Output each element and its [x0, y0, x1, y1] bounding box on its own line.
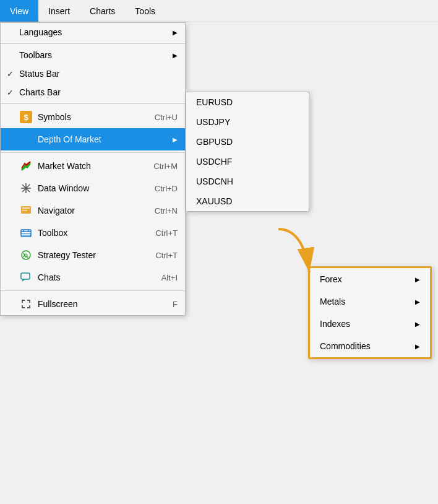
dom-gbpusd[interactable]: GBPUSD	[186, 132, 309, 152]
category-indexes[interactable]: Indexes ▶	[310, 313, 430, 335]
arrow-toolbars: ▶	[173, 52, 178, 59]
strategy-tester-icon	[19, 248, 33, 262]
category-commodities[interactable]: Commodities ▶	[310, 335, 430, 357]
categories-submenu: Forex ▶ Metals ▶ Indexes ▶ Commodities ▶	[308, 266, 432, 359]
menu-item-toolbox[interactable]: Toolbox Ctrl+T	[1, 222, 185, 244]
dom-xauusd[interactable]: XAUUSD	[186, 191, 309, 211]
menu-item-symbols[interactable]: $ Symbols Ctrl+U	[1, 106, 185, 128]
menu-item-status-bar[interactable]: ✓ Status Bar	[1, 64, 185, 83]
separator-2	[1, 103, 185, 104]
toolbox-icon	[19, 226, 33, 240]
separator-4	[1, 290, 185, 291]
view-dropdown: Languages ▶ Toolbars ▶ ✓ Status Bar ✓ Ch…	[0, 22, 186, 316]
dom-usdcnh[interactable]: USDCNH	[186, 172, 309, 191]
data-window-icon	[19, 181, 33, 195]
arrow-commodities: ▶	[415, 343, 420, 350]
chats-icon	[19, 271, 33, 284]
menu-item-languages[interactable]: Languages ▶	[1, 23, 185, 41]
menu-item-fullscreen[interactable]: Fullscreen F	[1, 293, 185, 315]
dom-submenu: EURUSD USDJPY GBPUSD USDCHF USDCNH XAUUS…	[186, 92, 309, 212]
check-charts-bar: ✓	[7, 88, 19, 97]
dom-eurusd[interactable]: EURUSD	[186, 92, 309, 112]
svg-rect-18	[21, 273, 30, 279]
separator-3	[1, 152, 185, 153]
menu-charts[interactable]: Charts	[80, 0, 125, 22]
menu-bar: View Insert Charts Tools	[0, 0, 438, 22]
category-forex[interactable]: Forex ▶	[310, 268, 430, 290]
arrow-dom: ▶	[173, 136, 178, 143]
svg-point-6	[25, 187, 27, 189]
menu-item-strategy-tester[interactable]: Strategy Tester Ctrl+T	[1, 244, 185, 266]
arrow-forex: ▶	[415, 276, 420, 283]
check-status-bar: ✓	[7, 69, 19, 79]
svg-point-17	[25, 254, 27, 256]
fullscreen-icon	[19, 297, 33, 311]
menu-insert[interactable]: Insert	[38, 0, 80, 22]
dollar-icon: $	[19, 110, 33, 124]
dom-usdjpy[interactable]: USDJPY	[186, 112, 309, 132]
menu-item-data-window[interactable]: Data Window Ctrl+D	[1, 177, 185, 199]
dom-icon	[19, 133, 33, 146]
menu-item-chats[interactable]: Chats Alt+I	[1, 266, 185, 289]
menu-item-depth-of-market[interactable]: Depth Of Market ▶	[1, 128, 185, 150]
menu-item-charts-bar[interactable]: ✓ Charts Bar	[1, 83, 185, 102]
navigator-icon	[19, 204, 33, 217]
dom-usdchf[interactable]: USDCHF	[186, 152, 309, 172]
category-metals[interactable]: Metals ▶	[310, 290, 430, 313]
menu-item-market-watch[interactable]: Market Watch Ctrl+M	[1, 155, 185, 177]
arrow-languages: ▶	[173, 29, 178, 36]
svg-rect-8	[22, 207, 30, 209]
menu-view[interactable]: View	[0, 0, 38, 22]
svg-rect-9	[22, 210, 27, 211]
svg-point-16	[22, 251, 30, 259]
arrow-metals: ▶	[415, 298, 420, 305]
separator-1	[1, 43, 185, 44]
menu-tools[interactable]: Tools	[125, 0, 165, 22]
menu-item-navigator[interactable]: Navigator Ctrl+N	[1, 199, 185, 222]
market-watch-icon	[19, 159, 33, 173]
arrow-indexes: ▶	[415, 321, 420, 328]
menu-item-toolbars[interactable]: Toolbars ▶	[1, 46, 185, 64]
